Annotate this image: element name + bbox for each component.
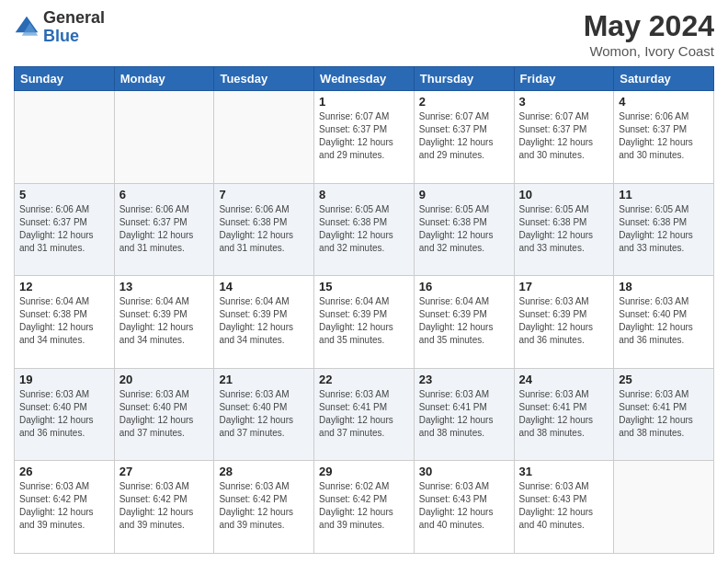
calendar-cell: 19Sunrise: 6:03 AMSunset: 6:40 PMDayligh… xyxy=(15,368,115,461)
logo-text: General Blue xyxy=(43,9,105,46)
day-info: Sunrise: 6:07 AMSunset: 6:37 PMDaylight:… xyxy=(419,110,509,162)
day-number: 2 xyxy=(419,95,509,109)
calendar-cell: 1Sunrise: 6:07 AMSunset: 6:37 PMDaylight… xyxy=(314,91,415,184)
day-number: 19 xyxy=(19,373,109,386)
day-number: 4 xyxy=(619,95,709,109)
col-sunday: Sunday xyxy=(15,67,115,91)
day-info: Sunrise: 6:03 AMSunset: 6:41 PMDaylight:… xyxy=(619,388,709,440)
calendar-cell: 27Sunrise: 6:03 AMSunset: 6:42 PMDayligh… xyxy=(114,461,214,554)
day-info: Sunrise: 6:03 AMSunset: 6:40 PMDaylight:… xyxy=(19,388,109,440)
day-info: Sunrise: 6:03 AMSunset: 6:40 PMDaylight:… xyxy=(219,388,309,440)
day-info: Sunrise: 6:04 AMSunset: 6:39 PMDaylight:… xyxy=(219,295,309,347)
calendar-cell: 29Sunrise: 6:02 AMSunset: 6:42 PMDayligh… xyxy=(314,461,415,554)
calendar-cell: 8Sunrise: 6:05 AMSunset: 6:38 PMDaylight… xyxy=(314,183,415,276)
calendar-cell: 26Sunrise: 6:03 AMSunset: 6:42 PMDayligh… xyxy=(15,461,115,554)
day-info: Sunrise: 6:06 AMSunset: 6:37 PMDaylight:… xyxy=(19,203,109,255)
day-info: Sunrise: 6:07 AMSunset: 6:37 PMDaylight:… xyxy=(519,110,609,162)
page: General Blue May 2024 Womon, Ivory Coast… xyxy=(0,0,728,563)
calendar-cell: 21Sunrise: 6:03 AMSunset: 6:40 PMDayligh… xyxy=(214,368,314,461)
day-number: 26 xyxy=(19,465,109,478)
day-number: 23 xyxy=(419,373,509,386)
day-info: Sunrise: 6:03 AMSunset: 6:41 PMDaylight:… xyxy=(519,388,609,440)
day-number: 11 xyxy=(619,188,709,201)
day-info: Sunrise: 6:04 AMSunset: 6:39 PMDaylight:… xyxy=(419,295,509,347)
day-number: 16 xyxy=(419,280,509,293)
day-number: 5 xyxy=(19,188,109,201)
calendar-cell: 30Sunrise: 6:03 AMSunset: 6:43 PMDayligh… xyxy=(414,461,514,554)
day-info: Sunrise: 6:03 AMSunset: 6:42 PMDaylight:… xyxy=(219,480,309,532)
calendar-cell xyxy=(114,91,214,184)
day-info: Sunrise: 6:05 AMSunset: 6:38 PMDaylight:… xyxy=(419,203,509,255)
col-tuesday: Tuesday xyxy=(214,67,314,91)
calendar-week-3: 12Sunrise: 6:04 AMSunset: 6:38 PMDayligh… xyxy=(15,276,714,369)
calendar-cell: 10Sunrise: 6:05 AMSunset: 6:38 PMDayligh… xyxy=(514,183,614,276)
day-number: 18 xyxy=(619,280,709,293)
day-number: 7 xyxy=(219,188,309,201)
day-info: Sunrise: 6:06 AMSunset: 6:38 PMDaylight:… xyxy=(219,203,309,255)
calendar-cell xyxy=(614,461,714,554)
calendar-week-4: 19Sunrise: 6:03 AMSunset: 6:40 PMDayligh… xyxy=(15,368,714,461)
calendar-cell: 11Sunrise: 6:05 AMSunset: 6:38 PMDayligh… xyxy=(614,183,714,276)
day-number: 21 xyxy=(219,373,309,386)
day-info: Sunrise: 6:03 AMSunset: 6:43 PMDaylight:… xyxy=(419,480,509,532)
calendar-cell: 9Sunrise: 6:05 AMSunset: 6:38 PMDaylight… xyxy=(414,183,514,276)
day-number: 12 xyxy=(19,280,109,293)
day-number: 17 xyxy=(519,280,609,293)
col-monday: Monday xyxy=(114,67,214,91)
calendar-cell: 25Sunrise: 6:03 AMSunset: 6:41 PMDayligh… xyxy=(614,368,714,461)
day-info: Sunrise: 6:07 AMSunset: 6:37 PMDaylight:… xyxy=(319,110,409,162)
day-info: Sunrise: 6:04 AMSunset: 6:39 PMDaylight:… xyxy=(119,295,210,347)
day-number: 28 xyxy=(219,465,309,478)
calendar-cell: 31Sunrise: 6:03 AMSunset: 6:43 PMDayligh… xyxy=(514,461,614,554)
calendar-cell: 22Sunrise: 6:03 AMSunset: 6:41 PMDayligh… xyxy=(314,368,415,461)
day-number: 15 xyxy=(319,280,409,293)
day-number: 27 xyxy=(119,465,210,478)
day-info: Sunrise: 6:04 AMSunset: 6:39 PMDaylight:… xyxy=(319,295,409,347)
day-number: 22 xyxy=(319,373,409,386)
day-number: 10 xyxy=(519,188,609,201)
calendar-cell: 3Sunrise: 6:07 AMSunset: 6:37 PMDaylight… xyxy=(514,91,614,184)
day-number: 31 xyxy=(519,465,609,478)
day-info: Sunrise: 6:05 AMSunset: 6:38 PMDaylight:… xyxy=(319,203,409,255)
day-number: 6 xyxy=(119,188,210,201)
logo-blue-text: Blue xyxy=(43,28,105,46)
logo: General Blue xyxy=(14,9,105,46)
calendar-cell: 12Sunrise: 6:04 AMSunset: 6:38 PMDayligh… xyxy=(15,276,115,369)
calendar-cell: 18Sunrise: 6:03 AMSunset: 6:40 PMDayligh… xyxy=(614,276,714,369)
day-number: 14 xyxy=(219,280,309,293)
day-info: Sunrise: 6:03 AMSunset: 6:42 PMDaylight:… xyxy=(119,480,210,532)
col-wednesday: Wednesday xyxy=(314,67,415,91)
calendar-cell: 17Sunrise: 6:03 AMSunset: 6:39 PMDayligh… xyxy=(514,276,614,369)
day-number: 9 xyxy=(419,188,509,201)
day-info: Sunrise: 6:03 AMSunset: 6:40 PMDaylight:… xyxy=(619,295,709,347)
calendar-cell: 23Sunrise: 6:03 AMSunset: 6:41 PMDayligh… xyxy=(414,368,514,461)
calendar-cell: 14Sunrise: 6:04 AMSunset: 6:39 PMDayligh… xyxy=(214,276,314,369)
day-number: 29 xyxy=(319,465,409,478)
subtitle: Womon, Ivory Coast xyxy=(584,43,714,59)
calendar-cell: 4Sunrise: 6:06 AMSunset: 6:37 PMDaylight… xyxy=(614,91,714,184)
day-info: Sunrise: 6:03 AMSunset: 6:41 PMDaylight:… xyxy=(419,388,509,440)
calendar-cell: 5Sunrise: 6:06 AMSunset: 6:37 PMDaylight… xyxy=(15,183,115,276)
day-number: 30 xyxy=(419,465,509,478)
day-info: Sunrise: 6:05 AMSunset: 6:38 PMDaylight:… xyxy=(519,203,609,255)
day-info: Sunrise: 6:03 AMSunset: 6:41 PMDaylight:… xyxy=(319,388,409,440)
logo-icon xyxy=(14,15,40,40)
day-number: 8 xyxy=(319,188,409,201)
day-info: Sunrise: 6:06 AMSunset: 6:37 PMDaylight:… xyxy=(619,110,709,162)
day-number: 25 xyxy=(619,373,709,386)
day-info: Sunrise: 6:06 AMSunset: 6:37 PMDaylight:… xyxy=(119,203,210,255)
title-block: May 2024 Womon, Ivory Coast xyxy=(584,9,714,59)
logo-general-text: General xyxy=(43,9,105,28)
day-number: 24 xyxy=(519,373,609,386)
calendar-cell xyxy=(214,91,314,184)
calendar-cell xyxy=(15,91,115,184)
col-thursday: Thursday xyxy=(414,67,514,91)
calendar-week-5: 26Sunrise: 6:03 AMSunset: 6:42 PMDayligh… xyxy=(15,461,714,554)
calendar-cell: 13Sunrise: 6:04 AMSunset: 6:39 PMDayligh… xyxy=(114,276,214,369)
day-number: 3 xyxy=(519,95,609,109)
day-number: 13 xyxy=(119,280,210,293)
col-saturday: Saturday xyxy=(614,67,714,91)
day-info: Sunrise: 6:03 AMSunset: 6:43 PMDaylight:… xyxy=(519,480,609,532)
calendar-cell: 28Sunrise: 6:03 AMSunset: 6:42 PMDayligh… xyxy=(214,461,314,554)
calendar-cell: 20Sunrise: 6:03 AMSunset: 6:40 PMDayligh… xyxy=(114,368,214,461)
